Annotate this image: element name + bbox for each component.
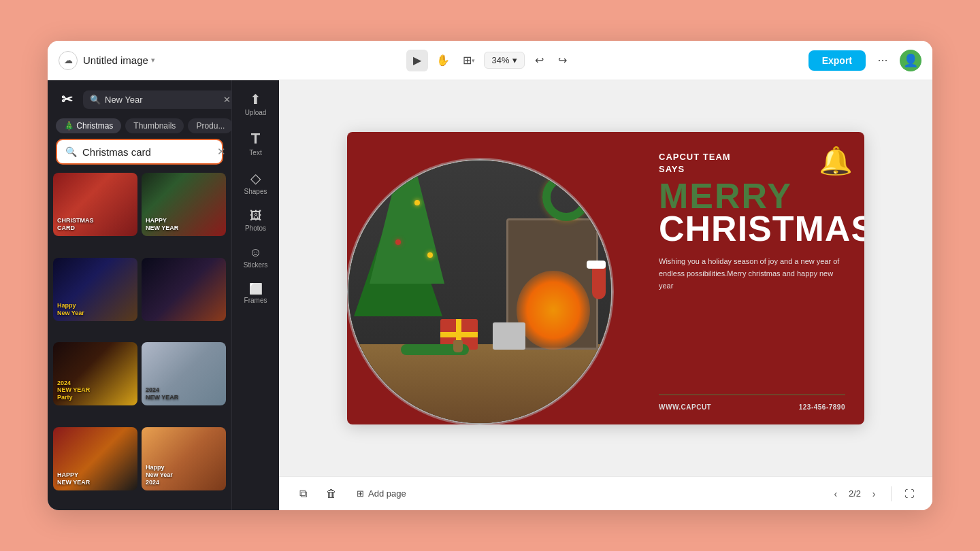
copy-icon: ⧉ (299, 488, 307, 500)
cloud-icon: ☁ (64, 55, 73, 65)
save-button[interactable]: ☁ (59, 51, 78, 70)
panel-top: ✂ 🔍 ✕ (48, 80, 231, 116)
sidebar-item-label: Photos (245, 224, 266, 232)
add-page-label: Add page (368, 488, 406, 499)
xmas-scene (348, 161, 611, 423)
design-card: 🔔 (347, 132, 864, 424)
zoom-control[interactable]: 34% ▾ (484, 52, 524, 69)
list-item[interactable]: HappyNew Year (53, 258, 137, 321)
app-window: ☁ Untitled image ▾ ▶ ✋ ⊞ ▾ 34% ▾ (48, 41, 932, 510)
undo-redo-group: ↩ ↪ (529, 50, 574, 71)
card-christmas-text: CHRISTMAS (659, 211, 845, 246)
hand-icon: ✋ (436, 54, 450, 67)
thumb-label: CHRISTMASCARD (57, 217, 94, 232)
fit-icon: ⛶ (904, 488, 915, 499)
card-phone: 123-456-7890 (799, 403, 845, 411)
sidebar-item-label: Upload (245, 109, 267, 116)
add-page-button[interactable]: ⊞ Add page (350, 486, 413, 501)
list-item[interactable]: HappyNew Year2024 (142, 427, 226, 490)
sidebar-item-stickers[interactable]: ☺ Stickers (235, 240, 277, 274)
left-combined-panel: ✂ 🔍 ✕ 🎄 Christmas Thumbnails Produ... 🔍 (48, 80, 279, 510)
clear-search-active-button[interactable]: ✕ (217, 146, 226, 158)
hand-tool-button[interactable]: ✋ (432, 50, 454, 71)
redo-button[interactable]: ↪ (552, 50, 574, 71)
photo-circle (347, 159, 612, 424)
frames-icon: ⬜ (249, 282, 263, 295)
thumb-label: 2024NEW YEAR (146, 386, 178, 401)
more-icon: ··· (877, 53, 887, 67)
card-footer: WWW.CAPCUT 123-456-7890 (659, 403, 845, 411)
next-page-button[interactable]: › (865, 485, 883, 503)
sidebar-icons: ⬆ Upload T Text ◇ Shapes 🖼 Photos ☺ S (231, 80, 279, 510)
topbar-left: ☁ Untitled image ▾ (59, 51, 181, 70)
shapes-icon: ◇ (250, 170, 261, 186)
tag-products[interactable]: Produ... (188, 118, 231, 133)
doc-title[interactable]: Untitled image ▾ (83, 54, 155, 66)
list-item[interactable] (142, 258, 226, 321)
cursor-tool-button[interactable]: ▶ (406, 50, 428, 71)
page-divider (891, 486, 892, 501)
prev-page-button[interactable]: ‹ (827, 485, 845, 503)
undo-icon: ↩ (535, 54, 544, 67)
list-item[interactable]: HAPPYNEW YEAR (142, 173, 226, 236)
canvas-area: 🔔 (279, 80, 932, 510)
stickers-icon: ☺ (249, 246, 261, 260)
sidebar-item-upload[interactable]: ⬆ Upload (235, 86, 277, 122)
tag-thumbnails[interactable]: Thumbnails (125, 118, 184, 133)
card-text-area: CAPCUT TEAM SAYS MERRY CHRISTMAS Wishing… (640, 132, 864, 424)
export-button[interactable]: Export (808, 50, 866, 71)
sidebar-item-frames[interactable]: ⬜ Frames (235, 277, 277, 310)
thumb-label: HAPPYNEW YEAR (57, 471, 90, 486)
avatar[interactable]: 👤 (900, 50, 921, 71)
topbar-right: Export ··· 👤 (799, 50, 921, 71)
list-item[interactable]: 2024NEW YEARParty (53, 342, 137, 405)
delete-icon: 🗑 (326, 488, 337, 500)
sidebar-item-text[interactable]: T Text (235, 124, 277, 162)
card-team-says: CAPCUT TEAM SAYS (659, 151, 845, 176)
bottom-bar: ⧉ 🗑 ⊞ Add page ‹ 2/2 (279, 476, 932, 510)
tag-christmas[interactable]: 🎄 Christmas (56, 118, 121, 133)
thumb-label: HappyNew Year (57, 302, 84, 317)
search-input-top[interactable] (105, 95, 219, 105)
thumb-label: HappyNew Year2024 (146, 464, 173, 486)
search-input-active[interactable] (82, 146, 212, 158)
thumb-label: HAPPYNEW YEAR (146, 217, 178, 232)
sidebar-item-label: Shapes (244, 188, 267, 195)
list-item[interactable]: CHRISTMASCARD (53, 173, 137, 236)
sidebar-item-label: Frames (244, 297, 267, 304)
sidebar-item-photos[interactable]: 🖼 Photos (235, 203, 277, 237)
text-icon: T (251, 130, 260, 148)
redo-icon: ↪ (558, 54, 567, 67)
list-item[interactable]: 2024NEW YEAR (142, 342, 226, 405)
photos-icon: 🖼 (250, 209, 262, 223)
page-nav: ‹ 2/2 › (827, 485, 883, 503)
photo-circle-bg (348, 161, 611, 423)
search-bar-active[interactable]: 🔍 ✕ (56, 139, 223, 165)
search-bar-top[interactable]: 🔍 ✕ (83, 90, 231, 109)
delete-button[interactable]: 🗑 (321, 484, 342, 504)
more-options-button[interactable]: ··· (872, 50, 893, 71)
cursor-icon: ▶ (413, 54, 421, 67)
layout-chevron-icon: ▾ (472, 57, 475, 64)
add-page-icon: ⊞ (357, 488, 364, 499)
copy-button[interactable]: ⧉ (293, 484, 313, 504)
panel-main: ✂ 🔍 ✕ 🎄 Christmas Thumbnails Produ... 🔍 (48, 80, 231, 510)
sidebar-item-shapes[interactable]: ◇ Shapes (235, 165, 277, 201)
card-divider (659, 395, 845, 395)
clear-search-top-button[interactable]: ✕ (223, 95, 231, 105)
card-subtitle: Wishing you a holiday season of joy and … (659, 256, 845, 292)
bottom-left: ⧉ 🗑 ⊞ Add page (293, 484, 413, 504)
canvas-scroll: 🔔 (279, 80, 932, 476)
main-content: ✂ 🔍 ✕ 🎄 Christmas Thumbnails Produ... 🔍 (48, 80, 932, 510)
search-icon-top: 🔍 (90, 95, 101, 105)
thumb-label: 2024NEW YEARParty (57, 380, 90, 401)
sidebar-item-label: Text (249, 149, 261, 156)
card-website: WWW.CAPCUT (659, 403, 711, 411)
bottom-right: ‹ 2/2 › ⛶ (827, 484, 919, 503)
fit-to-screen-button[interactable]: ⛶ (900, 484, 919, 503)
undo-button[interactable]: ↩ (529, 50, 551, 71)
list-item[interactable]: HAPPYNEW YEAR (53, 427, 137, 490)
search-icon-active: 🔍 (65, 146, 77, 157)
layout-tool-button[interactable]: ⊞ ▾ (458, 50, 480, 71)
tags-row: 🎄 Christmas Thumbnails Produ... (48, 116, 231, 139)
